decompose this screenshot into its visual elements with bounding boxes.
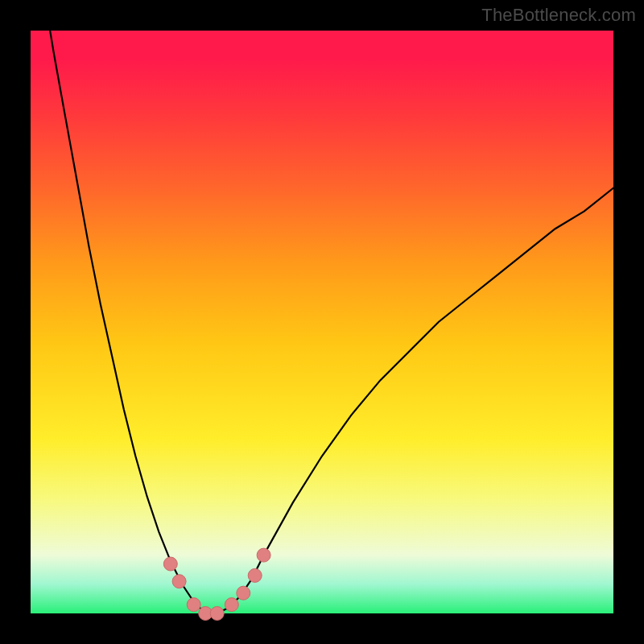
curve-markers [163,548,270,620]
watermark-text: TheBottleneck.com [481,5,636,26]
chart-overlay [31,31,613,613]
curve-marker [237,586,250,600]
curve-marker [163,557,177,571]
curve-marker [225,598,238,612]
curve-marker [257,548,270,562]
curve-marker [248,568,262,582]
curve-marker [172,575,186,588]
curve-marker [210,607,224,621]
chart-frame: TheBottleneck.com [0,0,644,644]
bottleneck-curve [31,0,613,613]
curve-marker [187,598,200,612]
